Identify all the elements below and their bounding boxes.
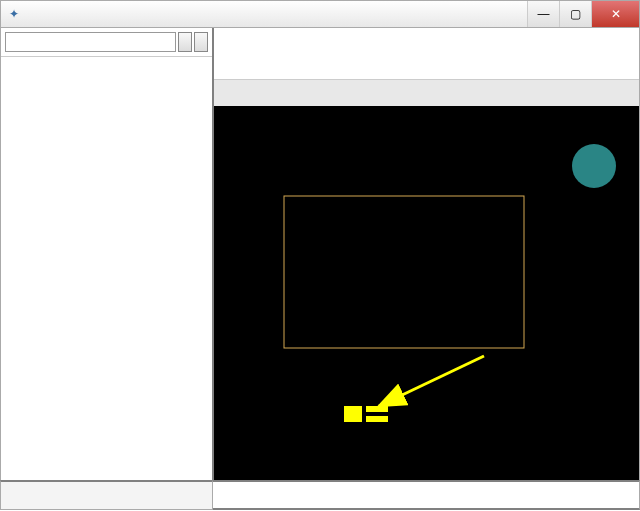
- svg-rect-1: [366, 406, 388, 412]
- bottom-tabs: [0, 480, 213, 510]
- titlebar: ✦ — ▢ ✕: [0, 0, 640, 28]
- search-button-1[interactable]: [178, 32, 192, 52]
- pcb-circle: [572, 144, 616, 188]
- svg-rect-2: [366, 416, 388, 422]
- highlighted-component[interactable]: [344, 406, 362, 422]
- close-button[interactable]: ✕: [591, 1, 639, 27]
- tab-bar: [214, 80, 639, 106]
- svg-rect-0: [284, 196, 524, 348]
- pcb-viewport[interactable]: [214, 106, 639, 480]
- maximize-button[interactable]: ▢: [559, 1, 591, 27]
- app-icon: ✦: [7, 7, 21, 21]
- pointer-arrow: [379, 356, 484, 406]
- search-button-2[interactable]: [194, 32, 208, 52]
- minimize-button[interactable]: —: [527, 1, 559, 27]
- search-input[interactable]: [5, 32, 176, 52]
- toolbar: [214, 28, 639, 80]
- sidebar: [1, 28, 214, 480]
- file-tree[interactable]: [1, 57, 212, 480]
